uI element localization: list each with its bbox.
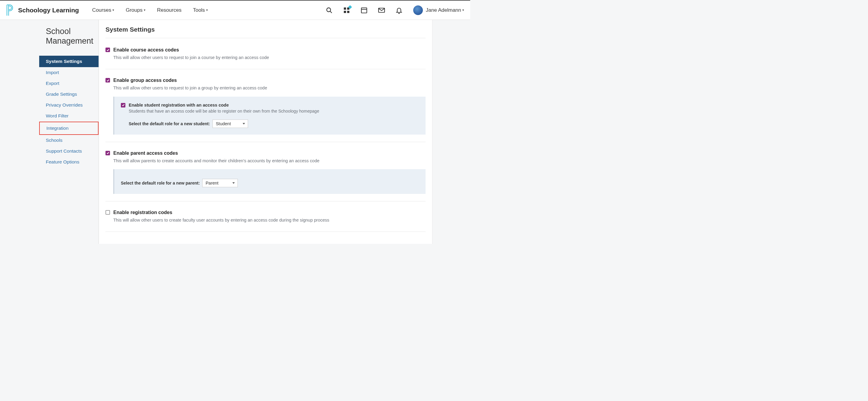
sidebar-item-import[interactable]: Import bbox=[39, 67, 98, 78]
search-icon[interactable] bbox=[325, 6, 333, 14]
divider bbox=[105, 38, 426, 38]
setting-desc: This will allow parents to create accoun… bbox=[113, 158, 426, 164]
setting-desc: This will allow other users to request t… bbox=[113, 55, 426, 61]
svg-rect-5 bbox=[347, 10, 349, 13]
chevron-down-icon: ▾ bbox=[113, 8, 114, 12]
sidebar-title: School Management bbox=[39, 27, 98, 46]
select-label-new-parent-role: Select the default role for a new parent… bbox=[121, 180, 200, 186]
checkbox-parent-access-codes[interactable] bbox=[105, 151, 110, 155]
svg-rect-2 bbox=[344, 7, 346, 9]
side-nav: System Settings Import Export Grade Sett… bbox=[39, 56, 98, 167]
avatar bbox=[413, 5, 423, 15]
checkbox-course-access-codes[interactable] bbox=[105, 47, 110, 52]
svg-rect-6 bbox=[361, 8, 367, 13]
subpanel-student-registration: Enable student registration with an acce… bbox=[113, 97, 426, 135]
brand-logo[interactable]: Schoology Learning bbox=[6, 4, 79, 16]
divider bbox=[105, 201, 426, 201]
nav-tools[interactable]: Tools▾ bbox=[193, 7, 208, 13]
user-menu[interactable]: Jane Adelmann ▾ bbox=[413, 5, 464, 15]
page-wrap: School Management System Settings Import… bbox=[0, 20, 470, 244]
checkbox-registration-codes[interactable] bbox=[105, 210, 110, 215]
subpanel-parent-role: Select the default role for a new parent… bbox=[113, 169, 426, 194]
sidebar-item-feature-options[interactable]: Feature Options bbox=[39, 157, 98, 167]
checkbox-student-registration[interactable] bbox=[121, 103, 125, 107]
sidebar-item-system-settings[interactable]: System Settings bbox=[39, 56, 98, 67]
select-label-new-student-role: Select the default role for a new studen… bbox=[129, 121, 210, 126]
setting-parent-access-codes: Enable parent access codes This will all… bbox=[105, 151, 426, 194]
svg-line-1 bbox=[330, 11, 332, 13]
apps-icon[interactable] bbox=[343, 6, 350, 14]
setting-course-access-codes: Enable course access codes This will all… bbox=[105, 47, 426, 61]
sidebar-item-export[interactable]: Export bbox=[39, 78, 98, 89]
divider bbox=[105, 142, 426, 142]
setting-desc: This will allow other users to create fa… bbox=[113, 217, 426, 223]
powerschool-icon bbox=[6, 4, 14, 16]
page-title: System Settings bbox=[105, 26, 426, 33]
sidebar-item-schools[interactable]: Schools bbox=[39, 135, 98, 146]
svg-point-0 bbox=[327, 8, 331, 12]
header-icon-row: Jane Adelmann ▾ bbox=[320, 5, 464, 15]
sidebar: School Management System Settings Import… bbox=[0, 20, 98, 244]
nav-groups[interactable]: Groups▾ bbox=[126, 7, 146, 13]
chevron-down-icon: ▾ bbox=[462, 8, 464, 12]
bell-icon[interactable] bbox=[395, 6, 403, 14]
chevron-down-icon: ▾ bbox=[206, 8, 208, 12]
mail-icon[interactable] bbox=[378, 6, 385, 14]
setting-desc: Students that have an access code will b… bbox=[129, 109, 319, 113]
chevron-down-icon: ▾ bbox=[144, 8, 146, 12]
calendar-icon[interactable] bbox=[360, 6, 368, 14]
top-bar: Schoology Learning Courses▾ Groups▾ Reso… bbox=[0, 0, 470, 20]
highlight-annotation: Integration bbox=[39, 122, 98, 135]
setting-desc: This will allow other users to request t… bbox=[113, 85, 426, 91]
nav-courses[interactable]: Courses▾ bbox=[92, 7, 114, 13]
divider bbox=[105, 69, 426, 69]
sidebar-item-support-contacts[interactable]: Support Contacts bbox=[39, 146, 98, 157]
setting-label: Enable registration codes bbox=[113, 210, 426, 215]
setting-label: Enable group access codes bbox=[113, 78, 426, 83]
main-content: System Settings Enable course access cod… bbox=[98, 20, 433, 244]
setting-group-access-codes: Enable group access codes This will allo… bbox=[105, 78, 426, 134]
brand-text: Schoology Learning bbox=[18, 7, 79, 14]
sidebar-item-word-filter[interactable]: Word Filter bbox=[39, 110, 98, 121]
select-new-student-role[interactable]: Student bbox=[213, 120, 248, 128]
setting-registration-codes: Enable registration codes This will allo… bbox=[105, 210, 426, 223]
main-nav: Courses▾ Groups▾ Resources Tools▾ bbox=[92, 7, 320, 13]
setting-label: Enable parent access codes bbox=[113, 151, 426, 156]
sidebar-item-privacy-overrides[interactable]: Privacy Overrides bbox=[39, 100, 98, 110]
nav-resources[interactable]: Resources bbox=[157, 7, 181, 13]
svg-rect-4 bbox=[344, 10, 346, 13]
checkbox-group-access-codes[interactable] bbox=[105, 78, 110, 82]
setting-label: Enable course access codes bbox=[113, 47, 426, 53]
setting-label: Enable student registration with an acce… bbox=[129, 103, 319, 107]
select-new-parent-role[interactable]: Parent bbox=[202, 179, 238, 187]
user-name: Jane Adelmann bbox=[426, 7, 461, 13]
sidebar-item-integration[interactable]: Integration bbox=[40, 122, 98, 134]
sidebar-item-grade-settings[interactable]: Grade Settings bbox=[39, 89, 98, 100]
